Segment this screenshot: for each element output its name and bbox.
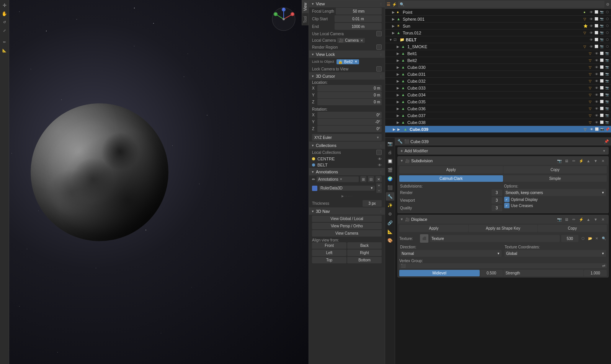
cursor-y-input[interactable] [317,92,382,98]
cursor-z-input[interactable] [317,99,382,105]
outliner-row-cube039[interactable]: ▶ ▶ ▲ Cube.039 ▽ 👁 ⬜ 📷 📌 [385,126,611,133]
displace-apply-shape-btn[interactable]: Apply as Shape Key [469,225,537,232]
ruler-add-btn[interactable]: + [376,183,382,188]
displace-up-icon[interactable]: ▲ [585,216,591,222]
lock-close-icon[interactable]: ✕ [355,60,358,64]
eye-icon-belt2[interactable]: 👁 [594,59,599,62]
subdiv-up-icon[interactable]: ▲ [585,158,591,164]
camera-chip[interactable]: 🎥 Camera ✕ [337,38,365,43]
bottom-btn[interactable]: Bottom [347,257,382,263]
3d-nav-section-header[interactable]: ▼ 3D Nav ⋮ [309,207,385,215]
outliner-row-cube031[interactable]: ▶ ▲ Cube.031 ▽ 👁 ⬜ 📷 [385,71,611,78]
physics-icon[interactable]: ⚙ [386,210,394,218]
subdiv-render-icon[interactable]: 📷 [556,158,562,164]
restrict-icon-belt1[interactable]: ⬜ [600,52,604,55]
thickness-value[interactable]: 3 px [363,200,382,207]
top-btn[interactable]: Top [312,257,346,263]
camera-close-icon[interactable]: ✕ [360,39,363,42]
outliner-search-input[interactable]: 🔍 [398,1,604,8]
lock-to-object-value[interactable]: 🔒 Belt2 ✕ [337,59,359,64]
view-section-header[interactable]: ▼ View ⋮ [309,0,385,7]
render-icon-sun[interactable]: 📷 [600,24,604,28]
select-icon-smoke[interactable]: ⬡ [605,45,609,48]
subdiv-close-icon[interactable]: ✕ [600,158,606,164]
local-collections-checkbox[interactable] [376,150,382,155]
select-icon-torus[interactable]: ⬡ [605,31,609,34]
restrict-c031[interactable]: ⬜ [600,72,604,76]
focal-length-value[interactable]: 50 mm [336,8,382,15]
measure-tool-btn[interactable]: 📐 [1,47,8,54]
viewport[interactable]: Z X Y ✛ ✋ ↺ ⤢ ✏ 📐 View Tool [0,0,309,364]
outliner-row-cube030[interactable]: ▶ ▲ Cube.030 ▽ 👁 ⬜ 📷 [385,64,611,71]
constraints-icon[interactable]: 🔗 [386,219,394,227]
rot-y-input[interactable] [317,119,382,125]
vertex-group-arrow[interactable]: ⇄ [602,264,605,268]
view-lock-section-header[interactable]: ▼ View Lock ⋮ [309,51,385,58]
render-props-icon[interactable]: 📷 [386,139,394,148]
move-tool-btn[interactable]: ✋ [1,10,8,18]
ruler-dropdown[interactable]: RulerData3D ▼ [319,186,375,191]
outliner-row-belt2[interactable]: ▶ ▲ Belt2 ▽ 👁 ⬜ 📷 [385,57,611,64]
particles-icon[interactable]: ✨ [386,201,394,209]
select-icon-point[interactable]: ⬡ [605,10,609,14]
select-icon-belt[interactable]: ⬡ [605,38,609,41]
restrict-icon-torus[interactable]: ⬜ [594,31,599,34]
render-icon-point[interactable]: 📷 [600,10,604,14]
annotation-tool-btn[interactable]: ✏ [1,38,8,46]
rot-z-input[interactable] [317,126,382,132]
world-icon[interactable]: 🌍 [386,175,394,183]
centre-collection-eye[interactable]: 👁 [378,157,382,161]
render-icon-belt[interactable]: 📷 [600,38,604,41]
properties-pin-icon[interactable]: 📌 [604,139,609,144]
vertex-group-input[interactable]: ⬛ ⇄ [399,263,607,268]
catmull-clark-tab[interactable]: Catmull-Clark [399,175,503,182]
texture-new-icon[interactable]: ⬡ [580,235,586,242]
render-icon-sphere[interactable]: 📷 [600,17,604,21]
render-icon-smoke[interactable]: 📷 [600,45,604,48]
rotate-tool-btn[interactable]: ↺ [1,18,8,26]
select-icon-sphere[interactable]: ⬡ [605,17,609,21]
restrict-icon-belt[interactable]: ⬜ [594,38,599,41]
checkbox-belt[interactable]: ☑ [394,38,399,42]
right-btn[interactable]: Right [347,250,382,256]
annotation-chip[interactable]: Annotations ▼ [317,176,359,182]
render-region-checkbox[interactable] [376,44,382,50]
add-modifier-button[interactable]: + Add Modifier ▼ [397,147,609,155]
restrict-c030[interactable]: ⬜ [600,65,604,69]
restrict-icon-belt2[interactable]: ⬜ [600,59,604,62]
viewport-subdiv-value[interactable]: 3 [492,197,502,204]
material-icon[interactable]: 🎨 [386,236,394,245]
subdiv-copy-btn[interactable]: Copy [503,166,607,173]
outliner-row-cube036[interactable]: ▶ ▲ Cube.036 ▽ 👁 ⬜ 📷 [385,105,611,112]
collections-section-header[interactable]: ▼ Collections ⋮ [309,142,385,149]
restrict-icon-sun[interactable]: ⬜ [594,24,599,28]
render-icon-belt1[interactable]: 📷 [605,52,609,55]
use-creases-checkbox[interactable]: ✓ [504,203,510,208]
outliner-row-cube033[interactable]: ▶ ▲ Cube.033 ▽ 👁 ⬜ 📷 [385,85,611,91]
cursor-x-input[interactable] [317,85,382,91]
ruler-remove-btn[interactable]: − [376,188,382,193]
eye-icon-point[interactable]: 👁 [589,10,593,14]
data-icon[interactable]: 📐 [386,227,394,236]
strength-btn[interactable]: Strength [503,270,584,276]
render-subdiv-value[interactable]: 3 [492,189,502,196]
annotation-copy-btn[interactable]: ⊞ [360,176,366,182]
render-icon-torus[interactable]: 📷 [600,31,604,34]
cursor-tool-btn[interactable]: ✛ [1,2,8,9]
rotation-mode-dropdown[interactable]: XYZ Euler ▼ [312,134,382,141]
eye-c039[interactable]: 👁 [589,127,594,131]
outliner-row-cube037[interactable]: ▶ ▲ Cube.037 ▽ 👁 ⬜ 📷 [385,112,611,119]
quality-subdiv-value[interactable]: 3 [492,205,502,211]
texture-coords-dropdown[interactable]: Global ▼ [505,250,606,257]
subdiv-cam-icon[interactable]: 🎥 [405,159,410,163]
restrict-c039[interactable]: ⬜ [595,127,599,131]
subdiv-edit-icon[interactable]: ✏ [571,158,577,164]
rot-x-input[interactable] [317,112,382,118]
strength-value[interactable]: 1.000 [584,270,607,276]
annotation-unlink-btn[interactable]: ⊟ [368,176,374,182]
eye-icon-sphere[interactable]: 👁 [589,17,593,21]
ruler-color-swatch[interactable] [312,186,317,191]
outliner-row-sun[interactable]: ▶ ☀ Sun ⭐ 👁 ⬜ 📷 ⬡ [385,23,611,29]
simple-tab[interactable]: Simple [503,175,607,182]
outliner-row-point[interactable]: ▶ ● Point ● 👁 ⬜ 📷 ⬡ [385,9,611,16]
